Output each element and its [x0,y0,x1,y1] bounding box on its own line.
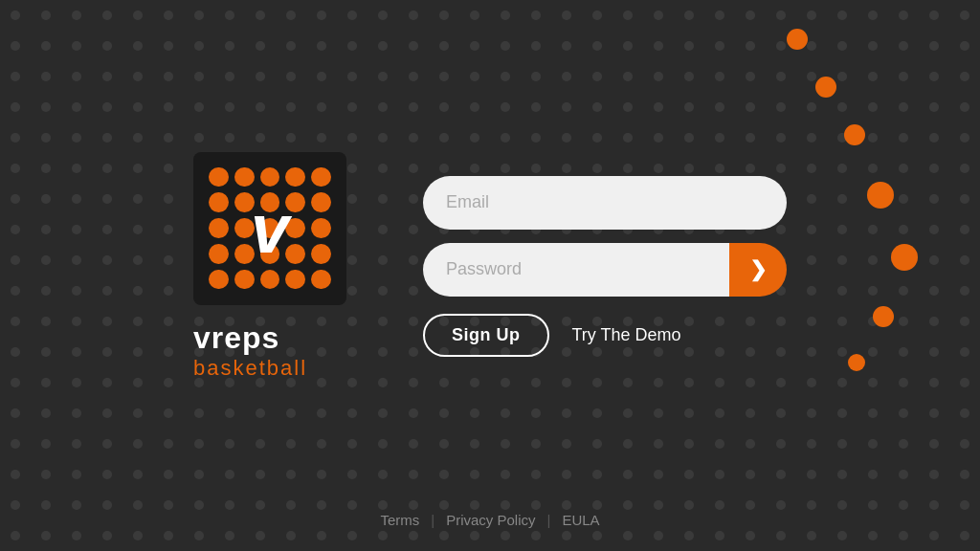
email-wrapper [423,176,787,230]
brand-name: vreps [193,320,279,356]
logo-section: v vreps basketball [193,152,346,381]
submit-button[interactable]: ❯ [729,243,787,297]
logo-letter: v [251,194,289,263]
password-input[interactable] [423,243,729,297]
form-section: ❯ Sign Up Try The Demo [423,176,787,357]
logo-box: v [193,152,346,305]
brand-sub: basketball [193,356,307,381]
demo-link[interactable]: Try The Demo [572,325,681,345]
password-row: ❯ [423,243,787,297]
chevron-right-icon: ❯ [749,257,767,282]
signup-button[interactable]: Sign Up [423,314,549,357]
content-row: v vreps basketball ❯ Sign Up Try The Dem… [193,152,787,381]
action-row: Sign Up Try The Demo [423,314,787,357]
email-input[interactable] [423,176,787,230]
main-container: v vreps basketball ❯ Sign Up Try The Dem… [0,0,980,551]
